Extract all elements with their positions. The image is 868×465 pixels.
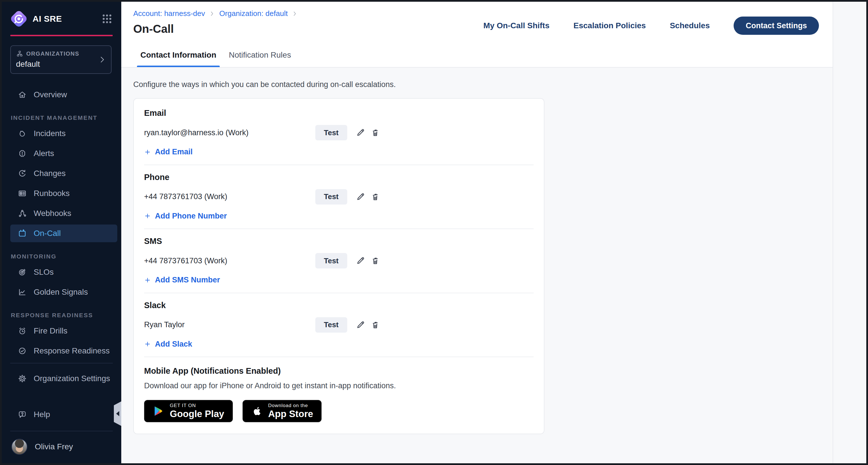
nav-my-on-call-shifts[interactable]: My On-Call Shifts [483,21,550,30]
org-hierarchy-icon [16,50,23,57]
add-link-label: Add Phone Number [155,212,227,220]
avatar [11,439,27,455]
sidebar-collapse-handle[interactable] [114,401,121,426]
sidebar-item-label: Runbooks [34,189,70,198]
nav-escalation-policies[interactable]: Escalation Policies [574,21,646,30]
section-title: Phone [144,173,534,182]
trash-icon [370,128,380,137]
contact-row: ryan.taylor@harness.io (Work) Test [144,125,534,141]
user-menu[interactable]: Olivia Frey [11,439,113,455]
contact-row: +44 7873761703 (Work) Test [144,253,534,269]
sidebar-item-webhooks[interactable]: Webhooks [10,205,117,222]
add-link-label: Add Slack [155,340,192,349]
sms-section: SMS +44 7873761703 (Work) Test [144,229,534,293]
content-area: Configure the ways in which you can be c… [121,68,833,463]
mobile-app-title: Mobile App (Notifications Enabled) [144,366,534,376]
nav-schedules[interactable]: Schedules [670,21,710,30]
plus-icon [144,213,151,219]
gear-icon [18,374,27,383]
sidebar-item-overview[interactable]: Overview [10,86,117,103]
contact-value: Ryan Taylor [144,320,315,329]
section-title: Slack [144,301,534,310]
sidebar-divider [10,363,113,364]
plus-icon [144,341,151,347]
pencil-icon [355,256,365,266]
contact-row: +44 7873761703 (Work) Test [144,189,534,205]
pencil-icon [355,320,365,330]
sidebar-item-label: SLOs [34,268,54,277]
sidebar-item-golden-signals[interactable]: Golden Signals [10,283,117,301]
contact-value: ryan.taylor@harness.io (Work) [144,128,315,137]
delete-button[interactable] [369,126,381,139]
contact-settings-card: Email ryan.taylor@harness.io (Work) Test [133,98,545,434]
breadcrumb-account[interactable]: Account: harness-dev [133,9,205,18]
sidebar-divider [10,431,113,431]
app-logo-icon [11,11,26,26]
apps-grid-icon[interactable] [101,13,113,25]
badge-tagline: Download on the [268,403,313,408]
page-header: Account: harness-dev Organization: defau… [121,2,833,43]
sidebar-item-fire-drills[interactable]: Fire Drills [10,322,117,340]
test-button[interactable]: Test [315,125,347,141]
slack-section: Slack Ryan Taylor Test [144,293,534,357]
main-area: Account: harness-dev Organization: defau… [121,2,833,463]
badge-text: Download on the App Store [268,403,313,419]
add-sms-link[interactable]: Add SMS Number [144,276,220,284]
google-play-badge[interactable]: GET IT ON Google Play [144,400,233,422]
incident-icon [18,129,27,138]
delete-button[interactable] [369,254,381,267]
sidebar-item-on-call[interactable]: On-Call [10,224,117,242]
sidebar-item-help[interactable]: Help [10,406,117,423]
nav-section-incident-management: INCIDENT MANAGEMENT [11,114,121,121]
alarm-clock-icon [18,327,27,336]
store-badges: GET IT ON Google Play Download on the [144,400,534,422]
delete-button[interactable] [369,319,381,331]
sidebar-item-alerts[interactable]: Alerts [10,145,117,162]
user-name: Olivia Frey [35,442,73,451]
edit-button[interactable] [354,254,367,267]
app-store-badge[interactable]: Download on the App Store [243,400,322,422]
sidebar-item-organization-settings[interactable]: Organization Settings [10,370,117,388]
sidebar-item-runbooks[interactable]: Runbooks [10,185,117,202]
sidebar-item-label: Alerts [34,149,54,158]
add-link-label: Add SMS Number [155,276,220,284]
edit-button[interactable] [354,319,367,331]
sidebar-item-label: Fire Drills [34,327,67,336]
add-email-link[interactable]: Add Email [144,148,193,156]
sidebar-item-incidents[interactable]: Incidents [10,125,117,142]
nav-contact-settings[interactable]: Contact Settings [734,17,819,35]
sidebar-item-response-readiness[interactable]: Response Readiness [10,342,117,360]
alert-icon [18,149,27,158]
add-slack-link[interactable]: Add Slack [144,340,192,349]
organization-selector[interactable]: ORGANIZATIONS default [10,45,112,74]
sidebar: AI SRE ORGANI [2,2,121,463]
add-phone-link[interactable]: Add Phone Number [144,212,227,220]
apple-icon [251,405,263,417]
test-button[interactable]: Test [315,317,347,333]
sidebar-item-changes[interactable]: Changes [10,165,117,182]
sidebar-item-slos[interactable]: SLOs [10,263,117,281]
tab-notification-rules[interactable]: Notification Rules [225,43,294,67]
chart-icon [18,287,27,297]
brand-accent-line [10,35,113,36]
webhook-icon [18,209,27,218]
sidebar-item-label: Organization Settings [34,374,110,383]
breadcrumb-organization[interactable]: Organization: default [219,9,288,18]
email-section: Email ryan.taylor@harness.io (Work) Test [144,101,534,165]
header-nav: My On-Call Shifts Escalation Policies Sc… [483,17,819,35]
edit-button[interactable] [354,191,367,203]
test-button[interactable]: Test [315,253,347,269]
check-circle-icon [18,346,27,355]
edit-button[interactable] [354,126,367,139]
tab-contact-information[interactable]: Contact Information [137,43,220,67]
trash-icon [370,256,380,266]
phone-section: Phone +44 7873761703 (Work) Test [144,165,534,229]
test-button[interactable]: Test [315,189,347,205]
section-title: SMS [144,237,534,246]
sidebar-item-label: On-Call [34,229,61,238]
delete-button[interactable] [369,191,381,203]
contact-row: Ryan Taylor Test [144,317,534,333]
runbook-icon [18,189,27,198]
sidebar-item-label: Overview [34,90,67,99]
contact-value: +44 7873761703 (Work) [144,256,315,265]
